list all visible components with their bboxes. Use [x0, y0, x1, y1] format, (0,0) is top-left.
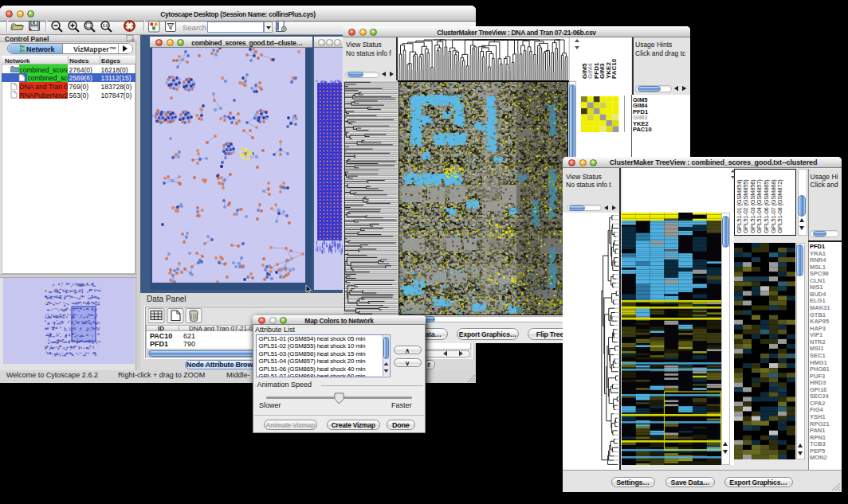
svg-text:1:1: 1:1 — [103, 24, 108, 28]
